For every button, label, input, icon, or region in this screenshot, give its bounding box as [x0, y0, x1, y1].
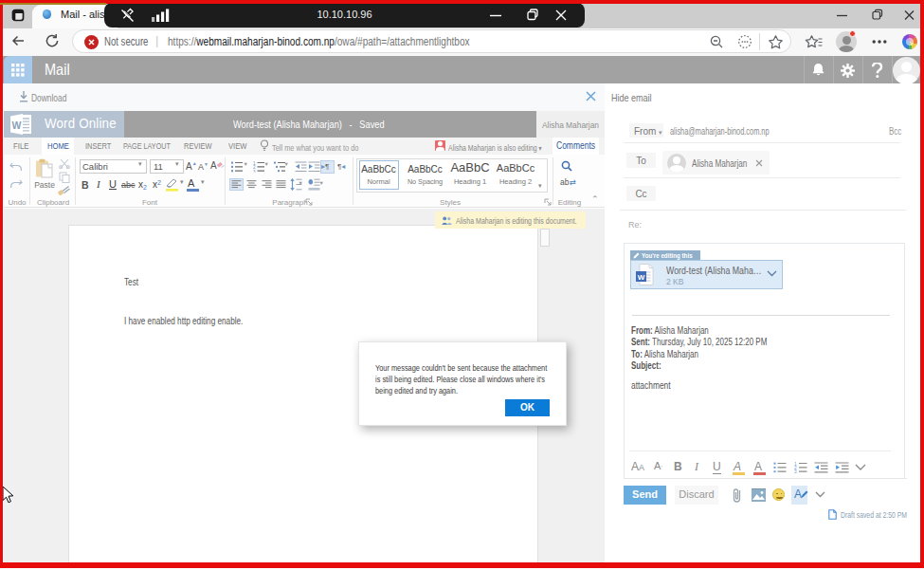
svg-text:W: W [638, 273, 645, 282]
svg-text:3: 3 [794, 469, 797, 473]
svg-text:W: W [11, 120, 21, 131]
svg-text:3: 3 [253, 170, 256, 174]
